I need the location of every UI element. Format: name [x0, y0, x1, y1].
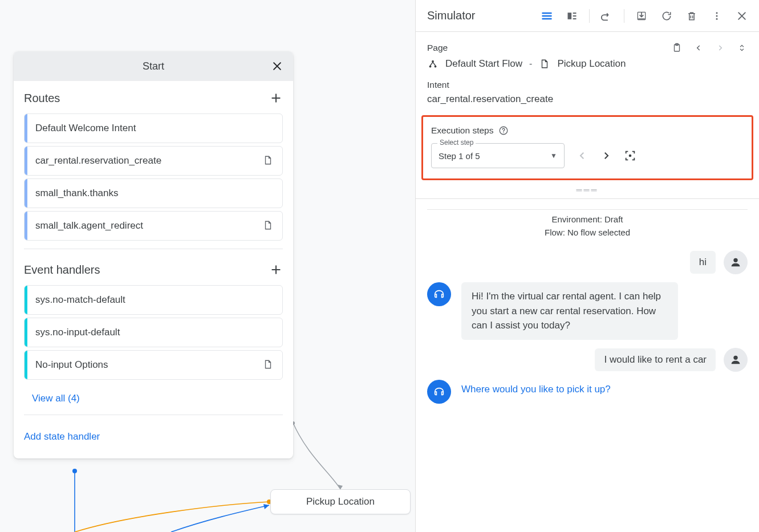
execution-steps-label: Execution steps	[431, 125, 493, 136]
clipboard-icon[interactable]	[671, 42, 683, 54]
chat-message-agent: Where would you like to pick it up?	[427, 380, 748, 404]
svg-point-9	[716, 15, 718, 17]
route-accent-bar	[25, 114, 27, 143]
agent-avatar-icon	[427, 282, 451, 306]
svg-point-20	[733, 355, 737, 359]
svg-point-8	[716, 12, 718, 14]
route-accent-bar	[25, 147, 27, 175]
user-bubble: I would like to rent a car	[595, 348, 716, 371]
page-icon	[263, 359, 274, 371]
close-icon[interactable]	[734, 8, 750, 24]
agent-avatar-icon	[427, 380, 451, 404]
help-icon[interactable]	[498, 125, 509, 136]
route-label: small_talk.agent_redirect	[35, 220, 257, 232]
page-flow-name: Default Start Flow	[445, 58, 522, 70]
route-accent-bar	[25, 212, 27, 240]
caret-down-icon: ▼	[550, 152, 557, 160]
toolbar-separator	[589, 9, 590, 23]
close-icon[interactable]	[269, 58, 285, 74]
route-item[interactable]: Default Welcome Intent	[24, 113, 283, 143]
step-next-button[interactable]	[599, 148, 614, 163]
undo-icon[interactable]	[599, 8, 615, 24]
node-header: Start	[14, 51, 293, 81]
intent-value: car_rental.reservation_create	[427, 94, 748, 105]
routes-section: Routes Default Welcome Intent car_rental…	[14, 81, 293, 253]
simulator-body: Page Default Start Flow -	[416, 32, 759, 198]
env-line: Environment: Draft	[427, 213, 748, 226]
chat-area: Environment: Draft Flow: No flow selecte…	[416, 198, 759, 532]
svg-marker-5	[263, 504, 269, 509]
page-icon	[263, 220, 274, 232]
event-accent-bar	[25, 318, 27, 347]
chat-message-user: I would like to rent a car	[427, 348, 748, 372]
user-bubble: hi	[690, 251, 716, 274]
svg-point-2	[72, 469, 77, 473]
step-select-value: Step 1 of 5	[439, 151, 550, 161]
flow-canvas[interactable]: Start Routes Default Welcome Intent car_…	[0, 0, 415, 532]
collapse-icon[interactable]	[736, 42, 748, 54]
node-title: Start	[143, 60, 164, 72]
replay-icon[interactable]	[659, 8, 675, 24]
events-label: Event handlers	[24, 263, 100, 277]
intent-label: Intent	[427, 80, 748, 90]
event-item[interactable]: sys.no-input-default	[24, 318, 283, 347]
add-event-button[interactable]	[269, 263, 283, 277]
focus-icon[interactable]	[623, 148, 638, 163]
panel-drag-handle[interactable]: ═══	[427, 185, 748, 195]
svg-marker-1	[338, 485, 343, 489]
svg-point-13	[432, 60, 434, 63]
svg-point-17	[504, 132, 505, 133]
simulator-panel: Simulator Page	[415, 0, 759, 532]
route-item[interactable]: car_rental.reservation_create	[24, 146, 283, 176]
event-label: sys.no-input-default	[35, 327, 274, 338]
breadcrumb-sep: -	[529, 59, 532, 69]
routes-label: Routes	[24, 92, 60, 105]
page-name: Pickup Location	[557, 58, 626, 70]
route-label: Default Welcome Intent	[35, 123, 274, 134]
agent-bubble[interactable]: Where would you like to pick it up?	[461, 380, 611, 397]
page-breadcrumb: Default Start Flow - Pickup Location	[427, 58, 748, 70]
route-label: small_thank.thanks	[35, 188, 274, 199]
event-label: No-input Options	[35, 359, 257, 371]
route-label: car_rental.reservation_create	[35, 155, 257, 166]
event-accent-bar	[25, 351, 27, 379]
view-list-icon[interactable]	[539, 8, 555, 24]
chevron-left-icon[interactable]	[693, 42, 704, 54]
step-select[interactable]: Select step Step 1 of 5 ▼	[431, 143, 565, 168]
user-avatar-icon	[724, 348, 748, 372]
add-state-handler-link[interactable]: Add state handler	[14, 419, 293, 458]
download-icon[interactable]	[634, 8, 650, 24]
delete-icon[interactable]	[684, 8, 700, 24]
svg-point-10	[716, 18, 718, 19]
simulator-toolbar: Simulator	[416, 0, 759, 32]
toolbar-separator	[624, 9, 624, 23]
simulator-title: Simulator	[427, 9, 475, 22]
page-icon	[539, 58, 550, 70]
execution-steps-highlight: Execution steps Select step Step 1 of 5 …	[421, 115, 753, 180]
chat-message-agent: Hi! I'm the virtual car rental agent. I …	[427, 282, 748, 340]
page-label: Page	[427, 43, 448, 53]
event-item[interactable]: No-input Options	[24, 350, 283, 380]
event-item[interactable]: sys.no-match-default	[24, 285, 283, 315]
route-item[interactable]: small_thank.thanks	[24, 178, 283, 208]
svg-point-15	[435, 66, 437, 68]
events-section: Event handlers sys.no-match-default sys.…	[14, 253, 293, 419]
page-icon	[263, 155, 274, 166]
view-split-icon[interactable]	[564, 8, 580, 24]
route-item[interactable]: small_talk.agent_redirect	[24, 211, 283, 241]
route-accent-bar	[25, 179, 27, 208]
flow-node-pickup-location[interactable]: Pickup Location	[270, 489, 411, 514]
flow-node-label: Pickup Location	[306, 496, 375, 507]
more-icon[interactable]	[709, 8, 725, 24]
event-label: sys.no-match-default	[35, 294, 274, 306]
svg-point-14	[429, 66, 432, 68]
step-select-label: Select step	[437, 139, 476, 147]
event-accent-bar	[25, 286, 27, 314]
add-route-button[interactable]	[269, 91, 283, 105]
start-node-card: Start Routes Default Welcome Intent car_…	[14, 51, 293, 458]
chat-message-user: hi	[427, 250, 748, 274]
flow-icon	[427, 58, 439, 70]
view-all-link[interactable]: View all (4)	[22, 383, 285, 415]
divider	[24, 249, 283, 249]
step-prev-button	[575, 148, 590, 163]
